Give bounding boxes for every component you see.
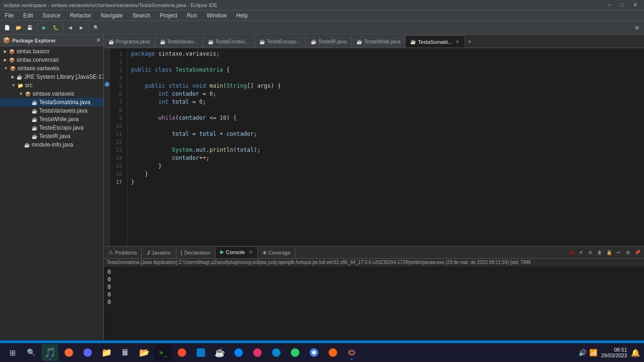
back-button[interactable]: ◀ bbox=[65, 23, 75, 33]
taskbar-firefox[interactable] bbox=[324, 344, 341, 361]
taskbar-vscode[interactable] bbox=[192, 344, 209, 361]
run-button[interactable]: ▶ bbox=[39, 23, 50, 33]
tree-item-pkg-variaveis[interactable]: ▼ 📦 sintaxe.variaveis bbox=[0, 90, 103, 98]
taskbar-whatsapp[interactable] bbox=[287, 344, 304, 361]
taskbar-telegram[interactable] bbox=[268, 344, 285, 361]
tree-item-TesteIR[interactable]: ▶ ☕ TesteIR.java bbox=[0, 132, 103, 140]
clear-console-button[interactable]: 🗑 bbox=[596, 249, 603, 256]
console-output[interactable]: 0 0 0 0 0 bbox=[104, 266, 644, 340]
tab-declaration[interactable]: [ Declaration bbox=[176, 247, 216, 258]
tree-item-TestaSomatoria[interactable]: ▶ ☕ TestaSomatória.java bbox=[0, 98, 103, 107]
taskbar-app2[interactable] bbox=[60, 344, 77, 361]
tree-item-src[interactable]: ▼ 📁 src bbox=[0, 81, 103, 90]
tab-overflow-button[interactable]: » bbox=[465, 35, 474, 48]
java-file-icon4: ☕ bbox=[31, 124, 38, 132]
javadoc-icon: J bbox=[147, 250, 149, 255]
taskbar-explorer[interactable]: 📂 bbox=[136, 344, 153, 361]
taskbar-terminal[interactable]: >_ bbox=[155, 344, 172, 361]
line-num-1: 1 bbox=[110, 50, 125, 58]
taskbar-clock[interactable]: 08:51 29/03/2023 bbox=[601, 347, 627, 358]
search-tb-button[interactable]: 🔍 bbox=[91, 23, 101, 33]
tab-TestaVariav[interactable]: ☕ TestaVariav... bbox=[155, 35, 203, 48]
new-button[interactable]: 📄 bbox=[2, 23, 12, 33]
open-button[interactable]: 📂 bbox=[13, 23, 24, 33]
search-button[interactable]: 🔍 bbox=[23, 344, 40, 361]
tab-TestaSomato[interactable]: ☕ TestaSomatό... ✕ bbox=[405, 35, 465, 48]
taskbar-chrome[interactable] bbox=[305, 344, 322, 361]
remove-all-launches[interactable]: ⊘ bbox=[586, 249, 594, 256]
taskbar-discord[interactable] bbox=[79, 344, 96, 361]
taskbar-git[interactable] bbox=[173, 344, 190, 361]
scroll-lock-button[interactable]: 🔒 bbox=[605, 249, 613, 256]
tray-volume[interactable]: 📶 bbox=[589, 349, 597, 356]
console-close-icon[interactable]: ✕ bbox=[249, 249, 253, 255]
remove-launch-button[interactable]: ✕ bbox=[577, 249, 585, 256]
menu-source[interactable]: Source bbox=[38, 10, 65, 21]
tree-item-sintax-basico[interactable]: ▶ 📦 sintax.basico bbox=[0, 47, 103, 56]
menu-navigate[interactable]: Navigate bbox=[96, 10, 127, 21]
sidebar-close-icon[interactable]: ✕ bbox=[96, 37, 100, 43]
menu-help[interactable]: Help bbox=[231, 10, 253, 21]
telegram-icon bbox=[271, 347, 281, 358]
taskbar-spotify[interactable]: 🎵 bbox=[41, 344, 58, 361]
tab-javadoc[interactable]: J Javadoc bbox=[142, 247, 176, 258]
pin-console-button[interactable]: 📌 bbox=[634, 249, 641, 256]
console-icon: ▶ bbox=[220, 249, 224, 255]
tab-Programa[interactable]: ☕ Programa.java bbox=[104, 35, 155, 48]
tree-item-sintaxe-variaveis[interactable]: ▼ 📦 sintaxe.variaveis bbox=[0, 64, 103, 73]
java-file-icon5: ☕ bbox=[31, 132, 38, 140]
tab-coverage[interactable]: ◈ Coverage bbox=[258, 247, 296, 258]
problems-label: Problems bbox=[115, 250, 137, 255]
tab-TesteIR[interactable]: ☕ TesteIR.java bbox=[306, 35, 352, 48]
console-line-5: 0 bbox=[107, 298, 640, 306]
taskbar-calc[interactable]: 🖩 bbox=[117, 344, 134, 361]
tree-item-TestaVariaveis[interactable]: ▶ ☕ TestaVariaveis.java bbox=[0, 107, 103, 115]
tree-item-TesteEscopo[interactable]: ▶ ☕ TesteEscopo.java bbox=[0, 123, 103, 132]
svg-point-5 bbox=[253, 348, 262, 357]
tab-java-icon2: ☕ bbox=[160, 39, 165, 44]
notification-icon[interactable]: 🔔 bbox=[631, 348, 640, 357]
debug-button[interactable]: 🐛 bbox=[50, 23, 61, 33]
perspectives-button[interactable]: ⊞ bbox=[632, 23, 642, 33]
menu-refactor[interactable]: Refactor bbox=[65, 10, 96, 21]
menu-search[interactable]: Search bbox=[128, 10, 155, 21]
menu-file[interactable]: File bbox=[0, 10, 18, 21]
tab-close-icon[interactable]: ✕ bbox=[454, 39, 460, 45]
tab-TesteEscopo[interactable]: ☕ TesteEscopo... bbox=[255, 35, 306, 48]
tray-network[interactable]: 🔊 bbox=[578, 349, 586, 356]
tree-item-TestaWhile[interactable]: ▶ ☕ TestaWhile.java bbox=[0, 115, 103, 123]
menu-window[interactable]: Window bbox=[202, 10, 231, 21]
tab-TestaWhile[interactable]: ☕ TestaWhile.java bbox=[352, 35, 405, 48]
code-content[interactable]: package sintaxe.variaveis; public class … bbox=[127, 48, 644, 246]
tree-item-module-info[interactable]: ▶ ☕ module-info.java bbox=[0, 140, 103, 149]
open-console-button[interactable]: ⊞ bbox=[624, 249, 632, 256]
line-num-13: 13 bbox=[110, 146, 125, 154]
tree-item-sintax-conversao[interactable]: ▶ 📦 sintax.conversao bbox=[0, 56, 103, 64]
menu-run[interactable]: Run bbox=[182, 10, 202, 21]
taskbar-instagram[interactable] bbox=[249, 344, 266, 361]
word-wrap-button[interactable]: ↵ bbox=[615, 249, 622, 256]
expand-pkg: ▼ bbox=[19, 91, 23, 96]
close-button[interactable]: ✕ bbox=[630, 2, 640, 8]
tab-problems[interactable]: ⚠ Problems bbox=[104, 247, 142, 258]
tree-item-jre[interactable]: ▶ ☕ JRE System Library [JavaSE-17] bbox=[0, 73, 103, 81]
save-button[interactable]: 💾 bbox=[25, 23, 35, 33]
line-num-2: 2 bbox=[110, 58, 125, 66]
tab-console[interactable]: ▶ Console ✕ bbox=[215, 247, 257, 258]
taskbar-java[interactable]: ☕ bbox=[211, 344, 228, 361]
forward-button[interactable]: ▶ bbox=[76, 23, 87, 33]
terminate-button[interactable]: ■ bbox=[568, 249, 575, 256]
minimize-button[interactable]: ─ bbox=[605, 2, 614, 8]
toolbar: 📄 📂 💾 ▶ 🐛 ◀ ▶ 🔍 ⊞ bbox=[0, 21, 644, 35]
taskbar-eclipse[interactable] bbox=[343, 344, 360, 361]
expand-icon: ▶ bbox=[4, 49, 7, 54]
sidebar-tree: ▶ 📦 sintax.basico ▶ 📦 sintax.conversao ▼… bbox=[0, 46, 103, 340]
menu-edit[interactable]: Edit bbox=[18, 10, 38, 21]
menu-project[interactable]: Project bbox=[155, 10, 182, 21]
package-icon3: 📦 bbox=[9, 65, 17, 72]
taskbar-files[interactable]: 📁 bbox=[98, 344, 115, 361]
tab-TestaCondici[interactable]: ☕ TestaCondici... bbox=[203, 35, 255, 48]
start-button[interactable]: ⊞ bbox=[4, 344, 21, 361]
taskbar-messenger[interactable] bbox=[230, 344, 247, 361]
maximize-button[interactable]: □ bbox=[618, 2, 627, 8]
